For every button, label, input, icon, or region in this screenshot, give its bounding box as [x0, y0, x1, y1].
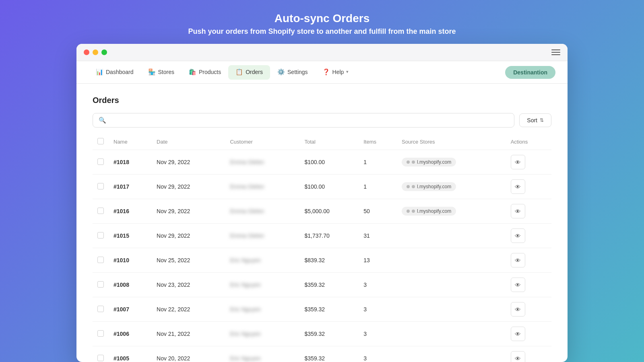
orders-label: Orders: [246, 69, 263, 75]
order-customer: Eric Nguyen: [225, 322, 299, 346]
row-checkbox[interactable]: [97, 306, 104, 312]
settings-icon: ⚙️: [277, 68, 285, 76]
order-date: Nov 23, 2022: [152, 273, 225, 297]
eye-icon: 👁: [515, 159, 521, 166]
order-source-store: [397, 322, 506, 346]
view-order-button[interactable]: 👁: [511, 327, 525, 341]
sidebar-item-stores[interactable]: 🏪 Stores: [141, 61, 182, 84]
sidebar-item-settings[interactable]: ⚙️ Settings: [270, 61, 315, 84]
order-id: #1015: [109, 224, 152, 248]
order-total: $359.32: [299, 297, 359, 322]
close-window-button[interactable]: [84, 49, 89, 55]
order-id: #1018: [109, 150, 152, 175]
row-checkbox[interactable]: [97, 183, 104, 189]
row-checkbox[interactable]: [97, 208, 104, 214]
search-box: 🔍: [93, 113, 514, 128]
help-icon: ❓: [322, 68, 330, 76]
row-checkbox[interactable]: [97, 232, 104, 239]
order-total: $359.32: [299, 322, 359, 346]
order-id: #1010: [109, 248, 152, 273]
row-checkbox[interactable]: [97, 257, 104, 263]
help-dropdown-icon: ▾: [346, 69, 349, 74]
order-date: Nov 21, 2022: [152, 322, 225, 346]
order-date: Nov 25, 2022: [152, 248, 225, 273]
store-url: l.myshopify.com: [417, 184, 451, 189]
hamburger-icon[interactable]: [551, 49, 560, 55]
order-source-store: [397, 273, 506, 297]
order-date: Nov 29, 2022: [152, 224, 225, 248]
customer-name-blurred: Eric Nguyen: [230, 355, 260, 362]
sort-label: Sort: [527, 117, 537, 123]
order-total: $1,737.70: [299, 224, 359, 248]
orders-table: Name Date Customer Total Items Source St…: [93, 134, 551, 362]
eye-icon: 👁: [515, 306, 521, 313]
search-input[interactable]: [109, 117, 508, 123]
col-header-items: Items: [359, 134, 397, 150]
destination-button[interactable]: Destinantion: [505, 66, 555, 79]
order-customer: Emma Glelen: [225, 199, 299, 224]
order-actions: 👁: [506, 273, 551, 297]
row-checkbox[interactable]: [97, 281, 104, 288]
settings-label: Settings: [287, 69, 308, 75]
window-controls: [84, 49, 107, 55]
customer-name-blurred: Eric Nguyen: [230, 282, 260, 288]
order-actions: 👁: [506, 248, 551, 273]
source-store-badge: l.myshopify.com: [402, 207, 456, 216]
view-order-button[interactable]: 👁: [511, 302, 525, 317]
view-order-button[interactable]: 👁: [511, 155, 525, 169]
table-row: #1016Nov 29, 2022Emma Glelen$5,000.0050l…: [93, 199, 551, 224]
eye-icon: 👁: [515, 257, 521, 264]
order-items: 31: [359, 224, 397, 248]
order-actions: 👁: [506, 322, 551, 346]
orders-icon: 📋: [235, 68, 243, 76]
order-customer: Emma Glelen: [225, 150, 299, 175]
customer-name-blurred: Eric Nguyen: [230, 306, 260, 313]
view-order-button[interactable]: 👁: [511, 228, 525, 243]
maximize-window-button[interactable]: [101, 49, 107, 55]
view-order-button[interactable]: 👁: [511, 204, 525, 218]
view-order-button[interactable]: 👁: [511, 351, 525, 362]
store-dot-icon: [412, 210, 415, 213]
order-customer: Eric Nguyen: [225, 273, 299, 297]
sort-button[interactable]: Sort ⇅: [519, 113, 551, 127]
minimize-window-button[interactable]: [93, 49, 98, 55]
order-id: #1006: [109, 322, 152, 346]
row-checkbox-cell: [93, 273, 109, 297]
order-total: $100.00: [299, 175, 359, 199]
order-items: 1: [359, 175, 397, 199]
row-checkbox[interactable]: [97, 355, 104, 361]
order-items: 3: [359, 322, 397, 346]
store-url: l.myshopify.com: [417, 159, 451, 165]
col-header-source-stores: Source Stores: [397, 134, 506, 150]
table-row: #1010Nov 25, 2022Eric Nguyen$839.3213👁: [93, 248, 551, 273]
row-checkbox[interactable]: [97, 330, 104, 337]
sidebar-item-orders[interactable]: 📋 Orders: [228, 65, 270, 80]
order-total: $839.32: [299, 248, 359, 273]
customer-name-blurred: Eric Nguyen: [230, 331, 260, 337]
eye-icon: 👁: [515, 232, 521, 239]
sidebar-item-dashboard[interactable]: 📊 Dashboard: [89, 61, 141, 84]
col-header-name: Name: [109, 134, 152, 150]
order-items: 1: [359, 150, 397, 175]
view-order-button[interactable]: 👁: [511, 278, 525, 292]
sidebar-item-help[interactable]: ❓ Help ▾: [315, 61, 356, 84]
row-checkbox-cell: [93, 248, 109, 273]
navbar: 📊 Dashboard 🏪 Stores 🛍️ Products 📋 Order…: [76, 61, 568, 84]
table-row: #1007Nov 22, 2022Eric Nguyen$359.323👁: [93, 297, 551, 322]
table-row: #1005Nov 20, 2022Eric Nguyen$359.323👁: [93, 346, 551, 362]
row-checkbox[interactable]: [97, 158, 104, 165]
col-header-actions: Actions: [506, 134, 551, 150]
view-order-button[interactable]: 👁: [511, 253, 525, 267]
customer-name-blurred: Emma Glelen: [230, 208, 264, 214]
select-all-checkbox[interactable]: [97, 138, 104, 144]
order-source-store: l.myshopify.com: [397, 199, 506, 224]
sidebar-item-products[interactable]: 🛍️ Products: [182, 61, 228, 84]
table-row: #1008Nov 23, 2022Eric Nguyen$359.323👁: [93, 273, 551, 297]
sort-arrows-icon: ⇅: [540, 117, 544, 123]
store-url: l.myshopify.com: [417, 208, 451, 214]
products-icon: 🛍️: [189, 68, 196, 76]
order-id: #1005: [109, 346, 152, 362]
page-subtitle: Push your orders from Shopify store to a…: [188, 27, 456, 36]
order-source-store: [397, 346, 506, 362]
view-order-button[interactable]: 👁: [511, 179, 525, 194]
